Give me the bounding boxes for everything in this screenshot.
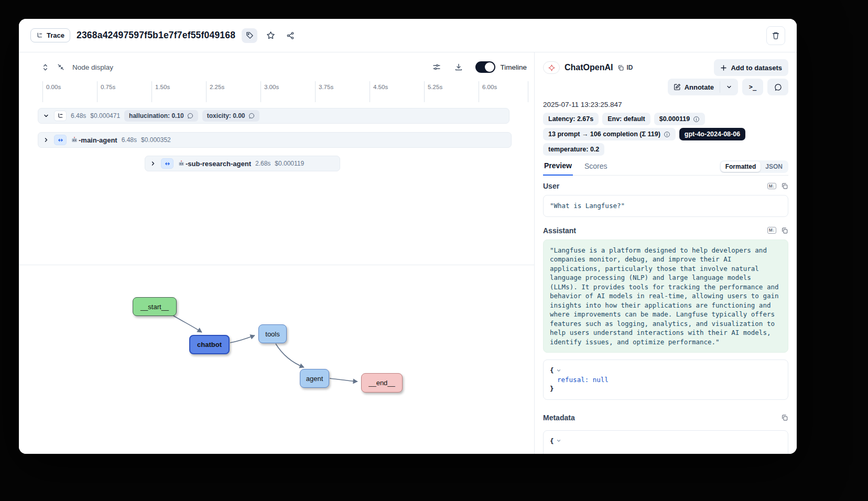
user-message-box: "What is Langfuse?" — [543, 195, 788, 217]
terminal-icon: >_ — [749, 83, 756, 91]
node-display-label: Node display — [72, 63, 113, 71]
markdown-icon[interactable]: M↓ — [767, 227, 776, 234]
score-label: hallucination: 0.10 — [129, 112, 184, 119]
axis-tick: 5.25s — [424, 81, 442, 102]
axis-tick: 0.75s — [97, 81, 115, 102]
format-toggle: Formatted JSON — [720, 160, 788, 173]
graph-node-end[interactable]: __end__ — [361, 373, 403, 393]
copy-icon — [617, 64, 624, 71]
display-settings-button[interactable] — [431, 62, 442, 72]
info-icon[interactable] — [693, 116, 700, 123]
json-open-brace: { — [550, 366, 554, 375]
section-icons — [781, 414, 788, 421]
expand-rows-button[interactable] — [40, 62, 50, 72]
observation-detail-panel: ChatOpenAI ID Add to datasets — [535, 52, 797, 454]
tab-scores[interactable]: Scores — [583, 162, 609, 175]
trace-row[interactable]: 6.48s $0.000471 hallucination: 0.10 toxi… — [38, 108, 509, 124]
robot-emoji-icon — [71, 136, 78, 144]
timeline-toolbar: Node display Timeline — [19, 58, 527, 77]
format-formatted[interactable]: Formatted — [721, 161, 761, 172]
timeline-toggle[interactable]: Timeline — [475, 61, 527, 73]
trace-type-label: Trace — [47, 31, 64, 39]
graph-node-agent[interactable]: agent — [300, 369, 329, 388]
graph-node-chatbot[interactable]: chatbot — [189, 335, 230, 354]
trace-type-badge[interactable]: Trace — [30, 28, 70, 42]
trash-icon — [772, 31, 780, 40]
plus-icon — [720, 64, 727, 71]
info-icon[interactable] — [664, 131, 670, 138]
badge-row-3: temperature: 0.2 — [543, 143, 788, 156]
trace-icon — [54, 111, 67, 121]
observation-actions-row: Annotate >_ — [543, 79, 788, 95]
annotate-button[interactable]: Annotate — [668, 79, 720, 95]
comments-button[interactable] — [767, 79, 788, 95]
badge-row-1: Latency: 2.67s Env: default $0.000119 — [543, 113, 788, 125]
model-badge[interactable]: gpt-4o-2024-08-06 — [679, 128, 745, 140]
latency-badge: Latency: 2.67s — [543, 113, 599, 125]
panel-divider — [19, 265, 535, 265]
span-row-sub-research-agent[interactable]: -sub-research-agent 2.68s $0.000119 — [145, 156, 340, 171]
timeline-toggle-label: Timeline — [500, 63, 527, 71]
tag-button[interactable] — [242, 28, 257, 43]
graph-node-start[interactable]: __start__ — [133, 297, 177, 316]
observation-timestamp: 2025-07-11 13:23:25.847 — [543, 101, 788, 108]
collapse-chevron-icon[interactable] — [556, 368, 561, 373]
json-refusal-line: refusal: null — [550, 375, 782, 385]
star-button[interactable] — [264, 29, 277, 42]
edit-icon — [674, 83, 681, 91]
generation-type-icon — [543, 61, 560, 74]
langfuse-window: Trace 2368a42497597f5b1e7f7ef55f049168 — [19, 19, 797, 454]
assistant-message-box: "Langfuse is a platform designed to help… — [543, 239, 788, 353]
annotate-dropdown-button[interactable] — [720, 79, 738, 95]
timeline-toggle-switch[interactable] — [475, 61, 495, 73]
badge-row-2: 13 prompt → 106 completion (Σ 119) gpt-4… — [543, 128, 788, 140]
observation-name: ChatOpenAI — [565, 63, 613, 72]
delete-trace-button[interactable] — [766, 26, 785, 45]
token-usage-badge: 13 prompt → 106 completion (Σ 119) — [543, 128, 676, 140]
star-icon — [266, 31, 275, 40]
download-button[interactable] — [453, 62, 464, 72]
span-row-main-agent[interactable]: -main-agent 6.48s $0.000352 — [38, 132, 512, 148]
comment-icon — [248, 113, 255, 119]
copy-id-button[interactable]: ID — [617, 64, 633, 71]
assistant-section-header: Assistant M↓ — [543, 226, 788, 235]
output-json-box: { refusal: null } — [543, 360, 788, 400]
detail-tabs: Preview Scores Formatted JSON — [543, 159, 788, 176]
chevron-down-icon[interactable] — [42, 112, 50, 119]
section-icons: M↓ — [767, 182, 788, 190]
assistant-heading: Assistant — [543, 226, 576, 235]
add-to-datasets-button[interactable]: Add to datasets — [714, 59, 788, 76]
tab-preview[interactable]: Preview — [543, 161, 573, 176]
span-name: -main-agent — [71, 136, 117, 144]
user-heading: User — [543, 182, 559, 190]
span-duration: 6.48s — [122, 136, 137, 144]
copy-icon[interactable] — [781, 227, 788, 234]
span-cost: $0.000119 — [275, 160, 304, 167]
markdown-icon[interactable]: M↓ — [767, 183, 776, 190]
section-icons: M↓ — [767, 227, 788, 234]
share-button[interactable] — [284, 29, 297, 42]
chevron-down-icon — [726, 84, 732, 90]
chevron-right-icon[interactable] — [42, 136, 50, 144]
chevron-right-icon[interactable] — [149, 160, 157, 167]
json-close-brace: } — [550, 384, 782, 394]
score-label: toxicity: 0.00 — [207, 112, 245, 119]
score-badge-hallucination[interactable]: hallucination: 0.10 — [124, 110, 198, 122]
id-label: ID — [626, 64, 633, 71]
axis-tick: 3.75s — [315, 81, 333, 102]
copy-icon[interactable] — [781, 414, 788, 421]
cost-badge: $0.000119 — [654, 113, 705, 125]
observation-title-row: ChatOpenAI ID Add to datasets — [543, 60, 788, 75]
copy-icon[interactable] — [781, 182, 788, 190]
collapse-chevron-icon[interactable] — [556, 438, 561, 443]
trace-id: 2368a42497597f5b1e7f7ef55f049168 — [77, 30, 235, 41]
span-type-icon — [54, 135, 67, 145]
comment-icon — [187, 113, 193, 119]
playground-button[interactable]: >_ — [742, 79, 763, 95]
collapse-all-button[interactable] — [56, 62, 66, 72]
metadata-section-header: Metadata — [543, 413, 788, 422]
axis-tick-partial — [528, 81, 531, 102]
format-json[interactable]: JSON — [761, 161, 787, 172]
score-badge-toxicity[interactable]: toxicity: 0.00 — [202, 110, 259, 122]
graph-node-tools[interactable]: tools — [258, 324, 287, 343]
